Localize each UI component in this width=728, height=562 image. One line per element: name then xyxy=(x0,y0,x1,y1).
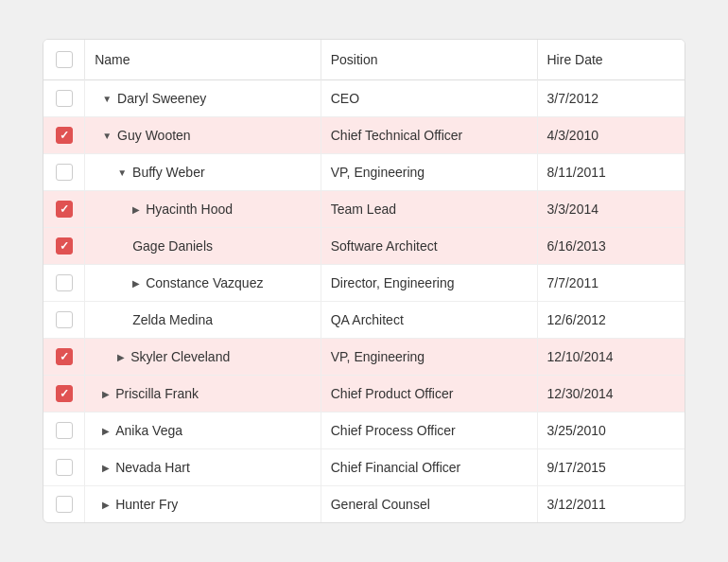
row-name-cell: Zelda Medina xyxy=(85,302,321,339)
row-check-cell xyxy=(43,486,85,523)
row-checkbox[interactable] xyxy=(56,496,73,513)
row-name-cell: ▼Buffy Weber xyxy=(85,154,321,191)
row-name-cell: ▼Daryl Sweeney xyxy=(85,80,321,117)
row-check-cell xyxy=(43,302,85,339)
row-name-text: Hyacinth Hood xyxy=(146,202,233,217)
row-name-cell: ▶Anika Vega xyxy=(85,413,321,449)
row-name-text: Gage Daniels xyxy=(132,238,213,254)
row-check-cell xyxy=(43,191,85,228)
expand-right-icon[interactable]: ▶ xyxy=(132,204,140,215)
row-hire-date-cell: 3/7/2012 xyxy=(537,80,685,117)
row-check-cell xyxy=(43,80,85,117)
row-name-text: Daryl Sweeney xyxy=(117,91,206,106)
header-checkbox[interactable] xyxy=(56,51,73,68)
table-row: ▶Nevada HartChief Financial Officer9/17/… xyxy=(43,449,685,486)
row-position-cell: Chief Product Officer xyxy=(321,376,537,413)
row-check-cell xyxy=(43,339,85,376)
row-checkbox[interactable] xyxy=(56,459,73,476)
row-name-cell: Gage Daniels xyxy=(85,228,321,265)
row-name-cell: ▶Nevada Hart xyxy=(85,449,321,486)
header-hire-date: Hire Date xyxy=(537,40,685,80)
table-row: ▼Buffy WeberVP, Engineering8/11/2011 xyxy=(43,154,685,191)
row-name-text: Buffy Weber xyxy=(132,165,205,180)
row-name-cell: ▼Guy Wooten xyxy=(85,117,321,154)
row-hire-date-cell: 9/17/2015 xyxy=(537,449,685,486)
row-name-text: Zelda Medina xyxy=(132,312,213,327)
table-row: Zelda MedinaQA Architect12/6/2012 xyxy=(43,302,685,339)
row-check-cell xyxy=(43,449,85,486)
row-name-text: Skyler Cleveland xyxy=(130,349,230,364)
row-name-text: Anika Vega xyxy=(115,423,182,438)
table-row: ▼Guy WootenChief Technical Officer4/3/20… xyxy=(43,117,685,154)
main-table-wrapper: Name Position Hire Date ▼Daryl SweeneyCE… xyxy=(43,39,685,523)
row-name-text: Priscilla Frank xyxy=(115,386,199,401)
table-row: ▶Anika VegaChief Process Officer3/25/201… xyxy=(43,413,685,449)
row-name-cell: ▶Hyacinth Hood xyxy=(85,191,321,228)
row-position-cell: Chief Process Officer xyxy=(321,413,537,449)
row-hire-date-cell: 12/30/2014 xyxy=(537,376,685,413)
table-body: ▼Daryl SweeneyCEO3/7/2012▼Guy WootenChie… xyxy=(43,80,685,523)
row-hire-date-cell: 6/16/2013 xyxy=(537,228,685,265)
employee-table: Name Position Hire Date ▼Daryl SweeneyCE… xyxy=(43,40,685,522)
row-name-text: Guy Wooten xyxy=(117,128,191,143)
row-position-cell: Director, Engineering xyxy=(321,265,537,302)
row-hire-date-cell: 4/3/2010 xyxy=(537,117,685,154)
expand-right-icon[interactable]: ▶ xyxy=(102,500,110,510)
expand-down-icon[interactable]: ▼ xyxy=(102,131,112,141)
expand-down-icon[interactable]: ▼ xyxy=(117,167,127,178)
table-header-row: Name Position Hire Date xyxy=(43,40,685,80)
row-name-cell: ▶Skyler Cleveland xyxy=(85,339,321,376)
row-name-cell: ▶Priscilla Frank xyxy=(85,376,321,413)
row-hire-date-cell: 12/6/2012 xyxy=(537,302,685,339)
table-row: ▶Skyler ClevelandVP, Engineering12/10/20… xyxy=(43,339,685,376)
row-position-cell: General Counsel xyxy=(321,486,537,523)
row-hire-date-cell: 3/12/2011 xyxy=(537,486,685,523)
row-hire-date-cell: 8/11/2011 xyxy=(537,154,685,191)
row-name-text: Hunter Fry xyxy=(115,497,178,512)
expand-right-icon[interactable]: ▶ xyxy=(117,352,125,362)
table-row: ▼Daryl SweeneyCEO3/7/2012 xyxy=(43,80,685,117)
row-name-cell: ▶Constance Vazquez xyxy=(85,265,321,302)
row-position-cell: QA Architect xyxy=(321,302,537,339)
header-check xyxy=(43,40,85,80)
table-row: ▶Constance VazquezDirector, Engineering7… xyxy=(43,265,685,302)
row-hire-date-cell: 3/25/2010 xyxy=(537,413,685,449)
row-position-cell: CEO xyxy=(321,80,537,117)
row-hire-date-cell: 7/7/2011 xyxy=(537,265,685,302)
row-checkbox[interactable] xyxy=(56,237,73,255)
row-checkbox[interactable] xyxy=(56,90,73,107)
row-position-cell: Chief Financial Officer xyxy=(321,449,537,486)
row-position-cell: VP, Engineering xyxy=(321,154,537,191)
expand-right-icon[interactable]: ▶ xyxy=(102,463,110,473)
row-checkbox[interactable] xyxy=(56,164,73,181)
row-check-cell xyxy=(43,228,85,265)
row-checkbox[interactable] xyxy=(56,274,73,291)
row-position-cell: Chief Technical Officer xyxy=(321,117,537,154)
row-check-cell xyxy=(43,154,85,191)
row-check-cell xyxy=(43,376,85,413)
table-row: ▶Priscilla FrankChief Product Officer12/… xyxy=(43,376,685,413)
row-hire-date-cell: 3/3/2014 xyxy=(537,191,685,228)
row-name-cell: ▶Hunter Fry xyxy=(85,486,321,523)
row-name-text: Nevada Hart xyxy=(115,460,190,475)
row-position-cell: VP, Engineering xyxy=(321,339,537,376)
row-checkbox[interactable] xyxy=(56,127,73,144)
expand-right-icon[interactable]: ▶ xyxy=(102,389,110,399)
row-checkbox[interactable] xyxy=(56,422,73,439)
table-row: Gage DanielsSoftware Architect6/16/2013 xyxy=(43,228,685,265)
header-position: Position xyxy=(321,40,537,80)
header-name: Name xyxy=(85,40,321,80)
expand-right-icon[interactable]: ▶ xyxy=(102,426,110,436)
row-hire-date-cell: 12/10/2014 xyxy=(537,339,685,376)
row-checkbox[interactable] xyxy=(56,385,73,402)
row-checkbox[interactable] xyxy=(56,311,73,328)
expand-down-icon[interactable]: ▼ xyxy=(102,94,112,104)
row-checkbox[interactable] xyxy=(56,201,73,218)
expand-right-icon[interactable]: ▶ xyxy=(132,278,140,289)
row-check-cell xyxy=(43,117,85,154)
row-position-cell: Team Lead xyxy=(321,191,537,228)
row-position-cell: Software Architect xyxy=(321,228,537,265)
row-check-cell xyxy=(43,413,85,449)
row-check-cell xyxy=(43,265,85,302)
row-checkbox[interactable] xyxy=(56,348,73,365)
